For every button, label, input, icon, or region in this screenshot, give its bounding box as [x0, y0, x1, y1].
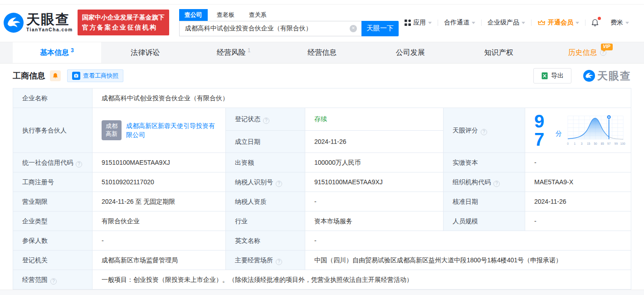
notification-dot — [598, 17, 601, 20]
site-header: 天眼查 TianYanCha.com 国家中小企业发展子基金旗下 官方备案企业征… — [0, 5, 644, 40]
credit-code-value: 91510100MAE5TAA9XJ — [93, 153, 226, 172]
chevron-down-icon — [576, 22, 579, 24]
field-label: 主要经营场所 — [226, 251, 305, 270]
tab-basic-info[interactable]: 基本信息 3 — [13, 42, 101, 63]
export-button[interactable]: 导出 — [533, 68, 571, 84]
taxpayer-id-value: 91510100MAE5TAA9XJ — [305, 172, 444, 192]
tianyan-score-cell: 97 分 — [525, 108, 631, 153]
svg-text:1: 1 — [574, 142, 576, 145]
clear-search-icon[interactable] — [350, 25, 357, 32]
field-label: 组织机构代码 — [444, 172, 525, 192]
field-label: 经营范围 — [13, 270, 93, 290]
field-label: 核准日期 — [444, 192, 525, 211]
help-icon[interactable] — [481, 129, 487, 135]
search-tabs: 查公司 查老板 查关系 — [179, 9, 399, 21]
svg-text:100: 100 — [620, 142, 625, 145]
tab-count-badge: 3 — [71, 47, 74, 54]
help-icon[interactable] — [50, 278, 57, 285]
field-label: 天眼评分 — [444, 108, 525, 153]
company-name-value: 成都高科中试创业投资合伙企业（有限合伙） — [93, 88, 631, 108]
brand-domain: TianYanCha.com — [26, 27, 73, 32]
english-name-value: - — [305, 231, 631, 251]
field-label: 企业名称 — [13, 88, 93, 108]
field-label: 统一社会信用代码 — [13, 153, 93, 172]
menu-open-vip[interactable]: 开通会员 — [532, 19, 585, 27]
notifications-bell-icon[interactable] — [585, 19, 605, 27]
help-icon[interactable] — [276, 259, 282, 265]
industry-value: 资本市场服务 — [305, 211, 444, 231]
svg-text:0: 0 — [567, 142, 569, 145]
table-row: 工商注册号 510109202117020 纳税人识别号 91510100MAE… — [13, 172, 631, 192]
table-row: 企业类型 有限合伙企业 行业 资本市场服务 人员规模 - — [13, 211, 631, 231]
tianyancha-watermark: 天眼查 — [583, 69, 631, 83]
help-icon[interactable] — [276, 181, 282, 187]
business-info-table: 企业名称 成都高科中试创业投资合伙企业（有限合伙） 执行事务合伙人 成都 高新 … — [13, 88, 631, 290]
field-label: 营业期限 — [13, 192, 93, 211]
establishment-date-value: 2024-11-26 — [305, 130, 444, 153]
help-icon[interactable] — [263, 118, 269, 124]
business-scope-value: 一般项目：创业投资（限投资未上市企业）。（除依法须经批准的项目外，凭营业执照依法… — [93, 270, 631, 290]
field-label: 纳税人识别号 — [226, 172, 305, 192]
menu-cooperation-channel[interactable]: 合作通道 — [438, 19, 481, 27]
chevron-down-icon — [428, 22, 432, 24]
field-label: 工商注册号 — [13, 172, 93, 192]
staff-size-value: - — [525, 211, 631, 231]
search-button[interactable]: 天眼一下 — [361, 21, 399, 36]
score-distribution-chart: 0 1 3 15 50 85 97 99 100 — [566, 113, 625, 147]
business-term-value: 2024-11-26 至 无固定期限 — [93, 192, 226, 211]
search-block: 查公司 查老板 查关系 天眼一下 — [179, 9, 399, 36]
field-label: 成立日期 — [226, 130, 305, 153]
field-label: 登记状态 — [226, 108, 305, 131]
svg-text:15: 15 — [587, 142, 590, 145]
apps-grid-icon — [405, 20, 411, 26]
menu-user-account[interactable]: 费米 — [605, 19, 635, 27]
crown-icon — [537, 20, 546, 26]
tianyancha-logo-icon — [4, 13, 24, 33]
score-value: 97 — [534, 112, 554, 148]
registration-authority-value: 成都高新区市场监督管理局 — [93, 251, 226, 270]
monitor-bell-icon[interactable] — [50, 70, 61, 81]
table-row: 参保人数 - 英文名称 - — [13, 231, 631, 251]
tab-history-info[interactable]: 历史信息 VIP — [543, 42, 631, 63]
chevron-down-icon — [625, 22, 629, 24]
menu-enterprise-products[interactable]: 企业级产品 — [482, 19, 531, 27]
menu-apps[interactable]: 应用 — [399, 19, 438, 27]
table-row: 经营范围 一般项目：创业投资（限投资未上市企业）。（除依法须经批准的项目外，凭营… — [13, 270, 631, 290]
search-tab-company[interactable]: 查公司 — [179, 9, 208, 21]
partner-company-link[interactable]: 成都高新区新蓉天使引导投资有限公司 — [126, 121, 220, 140]
field-label: 人员规模 — [444, 211, 525, 231]
business-site-value: 中国（四川）自由贸易试验区成都高新区益州大道中段1800号1栋4楼401号（申报… — [305, 251, 631, 270]
chevron-down-icon — [522, 22, 525, 24]
registration-status-value: 存续 — [305, 108, 444, 131]
field-label: 参保人数 — [13, 231, 93, 251]
help-icon[interactable] — [493, 181, 500, 187]
registration-number-value: 510109202117020 — [93, 172, 226, 192]
section-title: 工商信息 — [13, 70, 45, 81]
tab-legal-proceedings[interactable]: 法律诉讼 — [101, 42, 190, 63]
view-business-snapshot-button[interactable]: 查看工商快照 — [67, 69, 123, 82]
help-icon[interactable] — [76, 161, 82, 167]
field-label: 英文名称 — [226, 231, 305, 251]
capital-value: 100000万人民币 — [305, 153, 444, 172]
tab-business-info[interactable]: 经营信息 — [278, 42, 366, 63]
table-row: 登记机关 成都高新区市场监督管理局 主要经营场所 中国（四川）自由贸易试验区成都… — [13, 251, 631, 270]
tab-business-risk[interactable]: 经营风险 1 — [190, 42, 278, 63]
search-input[interactable] — [179, 21, 361, 36]
table-row: 统一社会信用代码 91510100MAE5TAA9XJ 出资额 100000万人… — [13, 153, 631, 172]
field-label: 纳税人资质 — [226, 192, 305, 211]
search-tab-relation[interactable]: 查关系 — [244, 9, 272, 21]
page-bottom-strip — [0, 290, 644, 295]
partner-avatar[interactable]: 成都 高新 — [102, 120, 122, 140]
company-type-value: 有限合伙企业 — [93, 211, 226, 231]
site-logo[interactable]: 天眼查 TianYanCha.com — [4, 13, 73, 33]
brand-name: 天眼查 — [26, 13, 73, 26]
search-tab-boss[interactable]: 查老板 — [211, 9, 240, 21]
approval-date-value: 2024-11-26 — [525, 192, 631, 211]
tab-company-development[interactable]: 公司发展 — [366, 42, 454, 63]
gov-certification-badge: 国家中小企业发展子基金旗下 官方备案企业征信机构 — [78, 10, 169, 35]
paid-capital-value: - — [525, 153, 631, 172]
tab-intellectual-property[interactable]: 知识产权 — [454, 42, 543, 63]
insured-count-value: - — [93, 231, 226, 251]
table-row: 企业名称 成都高科中试创业投资合伙企业（有限合伙） — [13, 88, 631, 108]
field-label: 登记机关 — [13, 251, 93, 270]
